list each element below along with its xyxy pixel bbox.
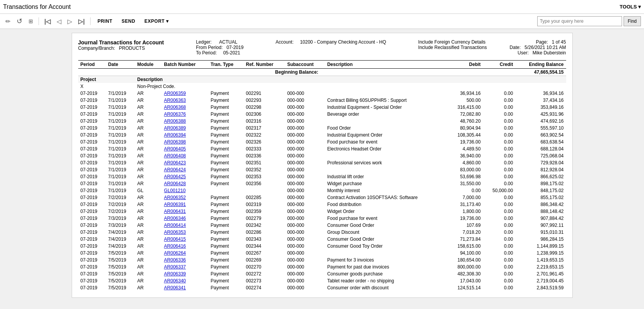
batch-link[interactable]: AR006424: [164, 167, 186, 172]
cell-ending: 729,928.04: [515, 159, 566, 166]
cell-ending: 425,931.96: [515, 111, 566, 118]
batch-link[interactable]: AR006389: [164, 125, 186, 131]
cell-period: 07-2019: [78, 173, 106, 180]
batch-link[interactable]: AR006428: [164, 181, 186, 186]
batch-link[interactable]: AR006388: [164, 118, 186, 124]
col-period: Period: [78, 61, 106, 69]
account-row: Account: 10200 - Company Checking Accoun…: [276, 39, 386, 45]
batch-link[interactable]: AR006336: [164, 257, 186, 263]
batch-link[interactable]: AR006341: [164, 285, 186, 290]
cell-debit: 316,415.00: [447, 104, 483, 111]
batch-link[interactable]: AR006391: [164, 202, 186, 207]
prev-nav-icon[interactable]: ◁: [54, 17, 64, 26]
toolbar: ✏ ↺ ⊞ |◁ ◁ ▷ ▷| PRINT SEND EXPORT ▾ Find: [0, 14, 644, 29]
cell-period: 07-2019: [78, 229, 106, 236]
cell-debit: 180,654.00: [447, 257, 483, 263]
cell-credit: 0.00: [483, 132, 515, 138]
first-nav-icon[interactable]: |◁: [42, 17, 53, 26]
page-value: 1 of 45: [552, 39, 566, 45]
cell-trantype: Payment: [208, 257, 244, 263]
cell-description: Industrial Equipment Order: [325, 132, 447, 138]
date-label: Date:: [509, 45, 521, 50]
table-row: 07-20197/5/2019ARAR006264Payment00226700…: [78, 250, 566, 257]
cell-period: 07-2019: [78, 222, 106, 229]
cell-ending: 2,843,519.59: [515, 284, 566, 291]
next-nav-icon[interactable]: ▷: [65, 17, 74, 26]
batch-link[interactable]: AR006415: [164, 236, 186, 242]
pencil-icon[interactable]: ✏: [3, 17, 13, 26]
batch-link[interactable]: AR006414: [164, 223, 186, 228]
batch-link[interactable]: AR006339: [164, 271, 186, 277]
batch-link[interactable]: AR006264: [164, 250, 186, 256]
batch-link[interactable]: AR006353: [164, 230, 186, 235]
cell-date: 7/1/2019: [106, 125, 135, 132]
batch-link[interactable]: AR006431: [164, 209, 186, 214]
batch-link[interactable]: AR006376: [164, 111, 186, 117]
cell-batch: AR006431: [162, 208, 209, 215]
table-row: 07-20197/1/2019ARAR006368Payment00229800…: [78, 104, 566, 111]
cell-credit: 0.00: [483, 90, 515, 97]
batch-link[interactable]: AR006398: [164, 139, 186, 145]
cell-period: 07-2019: [78, 208, 106, 215]
last-nav-icon[interactable]: ▷|: [76, 17, 87, 26]
batch-link[interactable]: AR006340: [164, 278, 186, 284]
batch-link[interactable]: AR006368: [164, 105, 186, 110]
cell-subaccount: 000-000: [285, 90, 325, 97]
cell-period: 07-2019: [78, 263, 106, 270]
batch-link[interactable]: AR006394: [164, 132, 186, 138]
cell-trantype: Payment: [208, 215, 244, 222]
tools-button[interactable]: TOOLS ▾: [620, 4, 641, 10]
cell-ending: 2,719,004.45: [515, 277, 566, 284]
cell-batch: AR006428: [162, 180, 209, 187]
cell-trantype: Payment: [208, 132, 244, 138]
batch-link[interactable]: AR006363: [164, 98, 186, 103]
search-input[interactable]: [537, 16, 622, 26]
cell-module: AR: [135, 90, 161, 97]
cell-period: 07-2019: [78, 201, 106, 208]
table-row: 07-20197/1/2019ARAR006424Payment00235200…: [78, 166, 566, 173]
cell-module: AR: [135, 263, 161, 270]
batch-link[interactable]: AR006359: [164, 91, 186, 96]
batch-link[interactable]: AR006408: [164, 153, 186, 159]
cell-module: GL: [135, 187, 161, 194]
cell-batch: AR006340: [162, 277, 209, 284]
report-title: Journal Transactions for Account: [78, 39, 164, 46]
grid-icon[interactable]: ⊞: [26, 17, 35, 25]
batch-link[interactable]: AR006352: [164, 195, 186, 200]
cell-batch: AR006337: [162, 263, 209, 270]
print-button[interactable]: PRINT: [94, 17, 116, 25]
batch-link[interactable]: AR006416: [164, 243, 186, 249]
cell-debit: 800,000.00: [447, 263, 483, 270]
cell-description: Payment for past due invoices: [325, 263, 447, 270]
cell-period: 07-2019: [78, 132, 106, 138]
batch-link[interactable]: GL001210: [164, 188, 186, 193]
cell-ending: 812,928.04: [515, 166, 566, 173]
cell-period: 07-2019: [78, 215, 106, 222]
batch-link[interactable]: AR006346: [164, 216, 186, 221]
cell-credit: 0.00: [483, 243, 515, 250]
cell-trantype: Payment: [208, 104, 244, 111]
export-button[interactable]: EXPORT ▾: [141, 17, 173, 25]
date-value: 5/26/2021 10:21 AM: [525, 45, 566, 50]
batch-link[interactable]: AR006425: [164, 174, 186, 179]
cell-ending: 888,148.42: [515, 208, 566, 215]
batch-link[interactable]: AR006423: [164, 160, 186, 165]
cell-debit: 94,100.00: [447, 250, 483, 257]
cell-refnum: 002359: [244, 208, 285, 215]
batch-link[interactable]: AR006337: [164, 264, 186, 270]
find-button[interactable]: Find: [624, 16, 641, 26]
cell-refnum: 002270: [244, 263, 285, 270]
cell-debit: 107.69: [447, 222, 483, 229]
refresh-icon[interactable]: ↺: [14, 16, 25, 26]
table-row: 07-20197/1/2019ARAR006423Payment00235100…: [78, 159, 566, 166]
send-button[interactable]: SEND: [118, 17, 139, 25]
table-row: 07-20197/1/2019ARAR006425Payment00235300…: [78, 173, 566, 180]
batch-link[interactable]: AR006405: [164, 146, 186, 152]
cell-description: Contract Activation 10SOFTSAAS: Software: [325, 194, 447, 201]
cell-debit: 80,904.94: [447, 125, 483, 132]
cell-batch: AR006425: [162, 173, 209, 180]
page-label: Page:: [536, 39, 548, 45]
cell-trantype: Payment: [208, 173, 244, 180]
cell-credit: 0.00: [483, 145, 515, 152]
account-label: Account:: [276, 39, 294, 45]
